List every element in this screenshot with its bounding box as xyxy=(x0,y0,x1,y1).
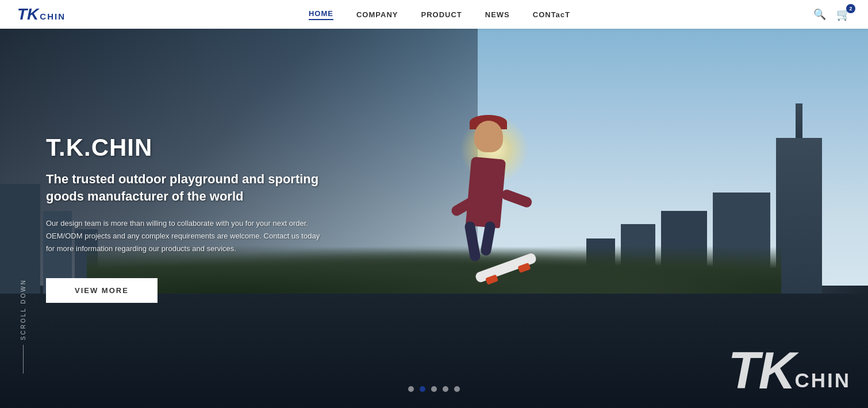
nav-company[interactable]: COMPANY xyxy=(356,10,398,19)
hero-section: T.K.CHIN The trusted outdoor playground … xyxy=(0,0,868,408)
slide-dots xyxy=(408,386,460,392)
watermark-logo: TK CHIN xyxy=(728,345,851,397)
nav-news[interactable]: NEWS xyxy=(485,10,510,19)
nav-home[interactable]: HOME xyxy=(309,9,333,20)
nav-links: HOME COMPANY PRODUCT NEWS CONTacT xyxy=(309,9,570,20)
scroll-line xyxy=(23,345,24,374)
watermark-tk: TK xyxy=(728,345,794,397)
hero-subtitle: The trusted outdoor playground and sport… xyxy=(46,171,322,206)
search-icon: 🔍 xyxy=(813,9,826,20)
hero-title: T.K.CHIN xyxy=(46,134,322,161)
search-button[interactable]: 🔍 xyxy=(813,8,826,21)
slide-dot-3[interactable] xyxy=(431,386,437,392)
logo-chin: CHIN xyxy=(40,11,66,21)
hero-description: Our design team is more than willing to … xyxy=(46,217,322,255)
cart-button[interactable]: 🛒 2 xyxy=(836,7,851,21)
cart-badge: 2 xyxy=(846,4,855,13)
scroll-down-indicator: SCROLL DOWN xyxy=(20,279,26,374)
logo-tk: TK xyxy=(17,5,39,24)
hero-text-block: T.K.CHIN The trusted outdoor playground … xyxy=(46,134,322,303)
slide-dot-4[interactable] xyxy=(443,386,448,392)
slide-dot-5[interactable] xyxy=(454,386,460,392)
nav-contact[interactable]: CONTacT xyxy=(533,10,570,19)
slide-dot-1[interactable] xyxy=(408,386,414,392)
watermark-chin: CHIN xyxy=(794,369,851,392)
slide-dot-2[interactable] xyxy=(420,386,425,392)
nav-icons: 🔍 🛒 2 xyxy=(813,7,851,21)
navbar: TK CHIN HOME COMPANY PRODUCT NEWS CONTac… xyxy=(0,0,868,29)
nav-product[interactable]: PRODUCT xyxy=(421,10,462,19)
scroll-down-text: SCROLL DOWN xyxy=(20,279,26,340)
view-more-button[interactable]: VIEW MORE xyxy=(46,278,158,303)
logo[interactable]: TK CHIN xyxy=(17,5,66,24)
